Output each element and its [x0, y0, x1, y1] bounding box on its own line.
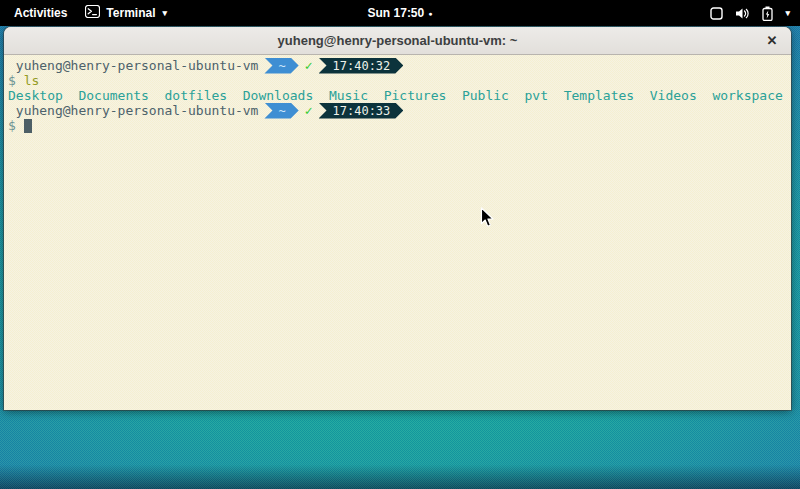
activities-button[interactable]: Activities	[10, 4, 71, 22]
clock-label: Sun 17:50	[368, 6, 425, 20]
window-title: yuheng@henry-personal-ubuntu-vm: ~	[278, 33, 518, 48]
prompt-line-2: yuheng@henry-personal-ubuntu-vm ~ ✓ 17:4…	[8, 103, 787, 118]
volume-icon	[735, 7, 750, 20]
prompt-symbol: $	[8, 118, 16, 133]
input-line: $	[8, 118, 787, 133]
app-menu-label: Terminal	[106, 6, 155, 20]
prompt-user: yuheng@henry-personal-ubuntu-vm	[16, 103, 259, 118]
prompt-path-segment: ~	[264, 103, 298, 119]
battery-charging-icon	[762, 6, 773, 21]
chevron-down-icon: ▾	[162, 8, 167, 18]
directory-name: Pictures	[384, 88, 447, 103]
directory-name: Desktop	[8, 88, 63, 103]
prompt-time-segment: 17:40:33	[319, 103, 404, 119]
check-icon: ✓	[305, 103, 313, 118]
directory-name: dotfiles	[165, 88, 228, 103]
terminal-window: yuheng@henry-personal-ubuntu-vm: ~ ✕ yuh…	[4, 27, 791, 410]
command-text: ls	[24, 73, 40, 88]
directory-name: Public	[462, 88, 509, 103]
clock-button[interactable]: Sun 17:50 ●	[368, 6, 433, 20]
chevron-down-icon: ▾	[785, 8, 790, 18]
display-icon	[710, 7, 723, 20]
system-menu[interactable]: ▾	[700, 0, 800, 26]
terminal-content[interactable]: yuheng@henry-personal-ubuntu-vm ~ ✓ 17:4…	[4, 55, 791, 410]
directory-name: Templates	[564, 88, 634, 103]
prompt-line-1: yuheng@henry-personal-ubuntu-vm ~ ✓ 17:4…	[8, 58, 787, 73]
directory-name: Downloads	[243, 88, 313, 103]
prompt-path-segment: ~	[264, 58, 298, 74]
close-button[interactable]: ✕	[763, 32, 781, 50]
directory-name: workspace	[712, 88, 782, 103]
directory-name: Documents	[78, 88, 148, 103]
prompt-symbol: $	[8, 73, 16, 88]
terminal-app-icon	[85, 5, 100, 21]
prompt-user: yuheng@henry-personal-ubuntu-vm	[16, 58, 259, 73]
window-titlebar[interactable]: yuheng@henry-personal-ubuntu-vm: ~ ✕	[4, 27, 791, 55]
ls-output: DesktopDocumentsdotfilesDownloadsMusicPi…	[8, 88, 787, 103]
notification-dot: ●	[428, 10, 432, 17]
terminal-cursor	[24, 119, 32, 133]
top-bar: Activities Terminal ▾ Sun 17:50 ●	[0, 0, 800, 26]
directory-name: Music	[329, 88, 368, 103]
app-menu-terminal[interactable]: Terminal ▾	[85, 5, 167, 21]
command-line: $ ls	[8, 73, 787, 88]
prompt-time-segment: 17:40:32	[319, 58, 404, 74]
check-icon: ✓	[305, 58, 313, 73]
directory-name: pvt	[525, 88, 548, 103]
directory-name: Videos	[650, 88, 697, 103]
